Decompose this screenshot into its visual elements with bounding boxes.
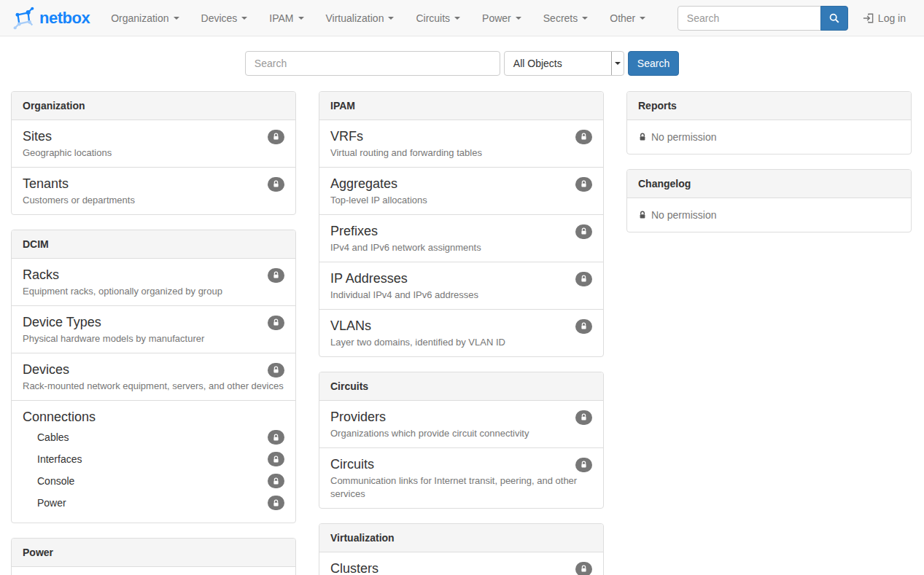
lock-icon	[272, 477, 280, 485]
menu-label: Circuits	[416, 12, 450, 24]
item-title: Tenants	[23, 175, 69, 193]
navbar-search-input[interactable]	[678, 6, 821, 31]
lock-icon	[580, 180, 588, 188]
panel-item-providers: Providers Organizations which provide ci…	[319, 401, 603, 447]
lock-icon	[580, 565, 588, 573]
lock-icon	[580, 133, 588, 141]
search-icon	[829, 13, 839, 23]
global-search-input[interactable]	[245, 51, 500, 76]
panel-item-racks: Racks Equipment racks, optionally organi…	[12, 259, 295, 305]
menu-item-devices[interactable]: Devices	[190, 0, 259, 36]
lock-icon	[580, 461, 588, 469]
lock-icon	[272, 366, 280, 374]
lock-badge	[268, 363, 284, 378]
caret-down-icon	[454, 17, 460, 20]
menu-item-circuits[interactable]: Circuits	[405, 0, 471, 36]
login-label: Log in	[878, 12, 906, 24]
menu-item-organization[interactable]: Organization	[100, 0, 190, 36]
item-title: Device Types	[23, 313, 101, 332]
item-title: Circuits	[330, 455, 374, 474]
panel-ipam: IPAM VRFs Virtual routing and forwarding…	[319, 91, 604, 357]
netbox-logo-icon	[11, 5, 36, 31]
panel-item-vrfs: VRFs Virtual routing and forwarding tabl…	[319, 120, 603, 167]
lock-badge	[575, 130, 592, 144]
no-permission-message: No permission	[627, 198, 911, 232]
lock-icon	[580, 413, 588, 421]
menu-item-power[interactable]: Power	[471, 0, 532, 36]
panel-reports: Reports No permission	[626, 91, 912, 154]
panel-title: Power	[12, 539, 295, 567]
group-title: Connections	[23, 408, 284, 426]
lock-icon	[638, 211, 647, 219]
item-title: Aggregates	[330, 175, 397, 193]
item-description: Rack-mounted network equipment, servers,…	[23, 380, 284, 393]
caret-down-icon	[640, 17, 645, 20]
item-description: Layer two domains, identified by VLAN ID	[330, 336, 592, 349]
item-title: VLANs	[330, 317, 371, 335]
lock-badge	[575, 319, 592, 334]
left-column: Organization Sites Geographic locations …	[11, 91, 296, 575]
panel-item-device-types: Device Types Physical hardware models by…	[12, 305, 295, 353]
lock-icon	[580, 275, 588, 283]
panel-item-ip-addresses: IP Addresses Individual IPv4 and IPv6 ad…	[319, 262, 603, 309]
lock-badge	[268, 177, 284, 192]
sub-item-label: Cables	[37, 431, 69, 443]
lock-badge	[268, 496, 284, 510]
panel-title: Organization	[12, 92, 295, 120]
panel-title: Changelog	[627, 170, 911, 198]
lock-badge	[575, 177, 592, 192]
item-description: Geographic locations	[23, 146, 284, 160]
lock-badge	[575, 272, 592, 286]
lock-icon	[272, 455, 280, 463]
object-type-select[interactable]: All Objects	[504, 51, 624, 76]
main-menu: Organization Devices IPAM Virtualization…	[100, 0, 656, 36]
panel-changelog: Changelog No permission	[626, 169, 912, 232]
lock-badge	[268, 316, 284, 330]
caret-down-icon	[582, 17, 588, 20]
connections-sub-list: Cables Interfaces Console Power	[23, 426, 284, 514]
panel-item-tenants: Tenants Customers or departments	[12, 167, 295, 214]
menu-item-virtualization[interactable]: Virtualization	[315, 0, 405, 36]
panel-item-vlans: VLANs Layer two domains, identified by V…	[319, 309, 603, 356]
menu-item-ipam[interactable]: IPAM	[258, 0, 314, 36]
menu-item-secrets[interactable]: Secrets	[532, 0, 599, 36]
item-description: Physical hardware models by manufacturer	[23, 332, 284, 345]
navbar-search-button[interactable]	[820, 6, 848, 31]
global-search-form: All Objects Search	[0, 51, 924, 76]
caret-down-icon	[388, 17, 394, 20]
navbar: netbox Organization Devices IPAM Virtual…	[0, 0, 924, 36]
lock-icon	[272, 434, 280, 442]
menu-item-other[interactable]: Other	[599, 0, 656, 36]
lock-icon	[272, 499, 280, 507]
panel-title: Virtualization	[319, 524, 603, 552]
item-description: Communication links for Internet transit…	[330, 474, 592, 501]
sign-in-icon	[863, 13, 874, 23]
panel-power: Power	[11, 538, 296, 575]
item-title: Providers	[330, 408, 386, 426]
netbox-logo[interactable]: netbox	[11, 5, 90, 31]
panel-title: DCIM	[12, 230, 295, 259]
lock-icon	[272, 271, 280, 279]
item-title: Sites	[23, 128, 52, 146]
login-link[interactable]: Log in	[855, 12, 913, 24]
menu-label: Devices	[201, 12, 238, 24]
menu-label: Power	[482, 12, 511, 24]
brand-text: netbox	[39, 9, 90, 28]
lock-badge	[268, 130, 284, 144]
lock-badge	[268, 268, 284, 283]
middle-column: IPAM VRFs Virtual routing and forwarding…	[319, 91, 604, 575]
sub-item-console: Console	[23, 470, 284, 492]
panel-organization: Organization Sites Geographic locations …	[11, 91, 296, 215]
panel-title: Circuits	[319, 372, 603, 401]
item-title: IP Addresses	[330, 270, 408, 288]
sub-item-power: Power	[23, 492, 284, 514]
no-permission-label: No permission	[651, 131, 716, 143]
item-title: Clusters	[330, 560, 378, 575]
panel-title: Reports	[627, 92, 911, 120]
lock-badge	[575, 562, 592, 575]
item-description: Customers or departments	[23, 194, 284, 207]
navbar-search	[678, 6, 848, 31]
search-submit-button[interactable]: Search	[628, 51, 679, 76]
panel-dcim: DCIM Racks Equipment racks, optionally o…	[11, 230, 296, 523]
menu-label: Other	[610, 12, 635, 24]
